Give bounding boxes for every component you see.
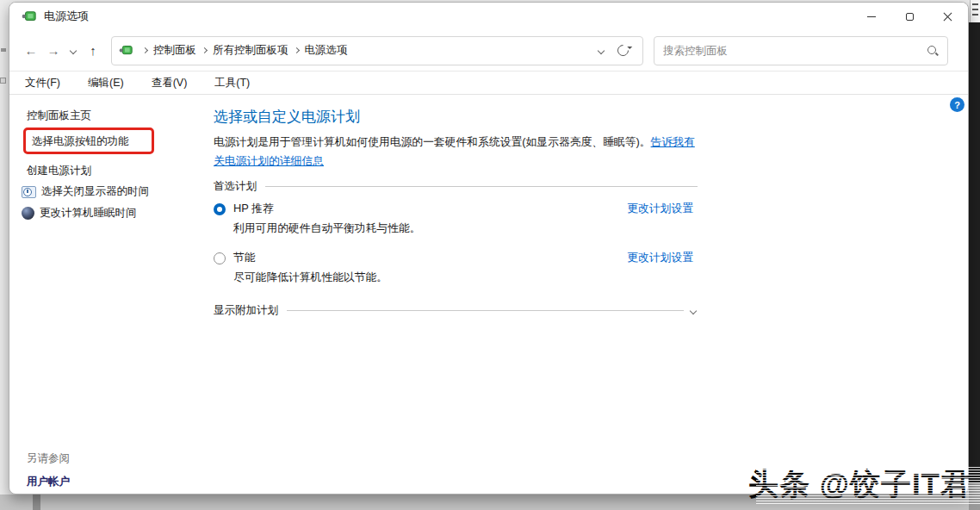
page-title: 选择或自定义电源计划 xyxy=(214,107,360,127)
breadcrumb-chevron-icon[interactable] xyxy=(137,48,153,53)
minimize-icon xyxy=(867,16,876,17)
chevron-down-icon xyxy=(690,307,697,314)
sidebar-item-choose-power-buttons[interactable]: 选择电源按钮的功能 xyxy=(32,134,129,149)
sidebar-item-control-panel-home[interactable]: 控制面板主页 xyxy=(27,109,91,123)
content-area: 控制面板主页 选择电源按钮的功能 创建电源计划 选择关闭显示器的时间 更改计算机… xyxy=(9,95,968,494)
up-button[interactable]: ↑ xyxy=(82,43,104,58)
back-button[interactable]: ← xyxy=(20,43,42,58)
address-bar[interactable]: 控制面板 所有控制面板项 电源选项 xyxy=(111,36,643,65)
background-right-strip xyxy=(969,22,980,482)
breadcrumb-all-items[interactable]: 所有控制面板项 xyxy=(213,43,288,58)
close-button[interactable] xyxy=(928,3,966,30)
title-bar: 电源选项 xyxy=(9,3,968,30)
intro-paragraph: 电源计划是用于管理计算机如何使用电源的一套硬件和系统设置(如显示器亮度、睡眠等)… xyxy=(214,133,703,171)
plan-description: 利用可用的硬件自动平衡功耗与性能。 xyxy=(233,221,421,236)
plan-name[interactable]: 节能 xyxy=(233,251,256,265)
plan-row-power-saver: 节能 更改计划设置 xyxy=(214,251,693,265)
sidebar-item-choose-display-off-time[interactable]: 选择关闭显示器的时间 xyxy=(22,184,149,199)
breadcrumb-control-panel[interactable]: 控制面板 xyxy=(153,43,196,58)
search-box xyxy=(654,36,948,65)
power-battery-icon xyxy=(22,9,37,23)
maximize-button[interactable] xyxy=(890,3,928,30)
menu-file[interactable]: 文件(F) xyxy=(25,76,60,90)
close-icon xyxy=(943,12,952,22)
window-title: 电源选项 xyxy=(44,9,89,24)
menu-edit[interactable]: 编辑(E) xyxy=(88,76,124,90)
breadcrumb-power-options[interactable]: 电源选项 xyxy=(305,43,348,58)
preferred-plans-section: 首选计划 xyxy=(214,179,698,194)
display-clock-icon xyxy=(22,186,36,198)
sleep-moon-icon xyxy=(22,207,34,220)
help-button[interactable]: ? xyxy=(950,97,964,112)
desktop-background: 电源选项 ← → ↑ xyxy=(0,0,980,510)
search-input[interactable] xyxy=(663,45,927,57)
sidebar: 控制面板主页 选择电源按钮的功能 创建电源计划 选择关闭显示器的时间 更改计算机… xyxy=(9,95,205,494)
menu-view[interactable]: 查看(V) xyxy=(152,76,188,90)
background-left-fragment xyxy=(1,48,6,52)
navigation-toolbar: ← → ↑ 控制面板 所有控制面板项 电源选项 xyxy=(9,31,968,70)
power-battery-icon-small xyxy=(119,44,133,57)
chevron-down-icon xyxy=(598,47,605,53)
see-also-header: 另请参阅 xyxy=(27,451,70,466)
background-left-fragment-2 xyxy=(0,78,6,84)
forward-button[interactable]: → xyxy=(42,43,65,58)
watermark-text: 头条 @饺子IT君 xyxy=(748,464,971,505)
expand-additional-plans-button[interactable] xyxy=(691,308,696,314)
power-options-window: 电源选项 ← → ↑ xyxy=(9,2,969,494)
change-plan-settings-link-2[interactable]: 更改计划设置 xyxy=(627,251,693,265)
plan-name[interactable]: HP 推荐 xyxy=(233,202,274,216)
radio-power-saver[interactable] xyxy=(214,252,226,264)
background-window-fragment xyxy=(970,0,980,22)
section-divider xyxy=(265,186,698,187)
preferred-plans-header: 首选计划 xyxy=(214,179,257,194)
menu-tools[interactable]: 工具(T) xyxy=(214,76,250,90)
background-bottom-tab xyxy=(33,494,40,510)
refresh-icon[interactable] xyxy=(615,42,630,58)
sidebar-item-create-power-plan[interactable]: 创建电源计划 xyxy=(27,164,91,178)
menu-bar: 文件(F) 编辑(E) 查看(V) 工具(T) xyxy=(9,72,968,94)
search-icon[interactable] xyxy=(927,45,939,57)
minimize-button[interactable] xyxy=(853,3,890,30)
change-plan-settings-link-1[interactable]: 更改计划设置 xyxy=(627,202,693,216)
plan-description: 尽可能降低计算机性能以节能。 xyxy=(233,271,388,285)
additional-plans-label: 显示附加计划 xyxy=(214,303,278,318)
additional-plans-section[interactable]: 显示附加计划 xyxy=(214,303,698,318)
plan-row-hp-recommended: HP 推荐 更改计划设置 xyxy=(214,202,693,216)
sidebar-item-change-sleep-time[interactable]: 更改计算机睡眠时间 xyxy=(22,206,137,221)
main-panel: 选择或自定义电源计划 电源计划是用于管理计算机如何使用电源的一套硬件和系统设置(… xyxy=(205,95,698,494)
breadcrumb-chevron-icon[interactable] xyxy=(196,48,213,53)
recent-pages-dropdown[interactable] xyxy=(65,48,82,53)
breadcrumb-chevron-icon[interactable] xyxy=(288,48,305,53)
maximize-icon xyxy=(906,13,914,21)
intro-text: 电源计划是用于管理计算机如何使用电源的一套硬件和系统设置(如显示器亮度、睡眠等)… xyxy=(214,135,651,148)
section-divider xyxy=(287,310,684,311)
window-controls xyxy=(853,3,966,30)
radio-hp-recommended[interactable] xyxy=(214,203,226,215)
sidebar-item-user-accounts[interactable]: 用户帐户 xyxy=(27,475,70,489)
address-dropdown-button[interactable] xyxy=(588,48,614,53)
chevron-down-icon xyxy=(70,47,77,53)
